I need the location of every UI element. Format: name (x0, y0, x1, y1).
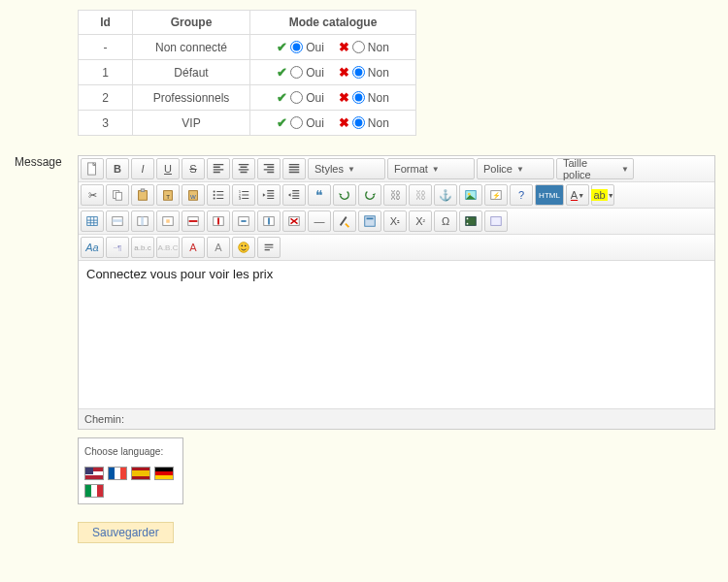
svg-point-34 (467, 218, 469, 220)
toolbar-row-3: — X₂ X² Ω (79, 209, 714, 235)
svg-rect-36 (491, 217, 502, 226)
radio-no[interactable] (352, 91, 365, 104)
svg-rect-21 (113, 219, 123, 222)
font-a2-icon[interactable]: A (207, 237, 230, 258)
help-icon[interactable]: ? (510, 184, 533, 206)
format-select[interactable]: Format▼ (387, 158, 475, 179)
image-icon[interactable] (459, 184, 482, 206)
align-right-button[interactable] (257, 158, 281, 179)
text-color-button[interactable]: A▼ (566, 184, 589, 206)
anchor-icon[interactable]: ⚓ (434, 184, 457, 206)
align-center-button[interactable] (232, 158, 255, 179)
toolbar-row-1: B I U S Styles▼ Format▼ Police▼ Taille p… (79, 156, 714, 182)
svg-rect-25 (166, 219, 170, 223)
hidden-chars-icon[interactable]: ··¶ (106, 237, 129, 258)
flag-fr[interactable] (108, 467, 127, 480)
subscript-icon[interactable]: X₂ (383, 210, 407, 232)
table-row: -Non connecté✔Oui✖Non (79, 35, 416, 60)
new-doc-icon[interactable] (81, 158, 104, 179)
direction-icon[interactable] (257, 237, 281, 258)
table-split-icon[interactable] (257, 210, 281, 232)
no-label: Non (368, 66, 389, 80)
clear-format-icon[interactable] (333, 210, 356, 232)
radio-yes[interactable] (290, 41, 303, 53)
source-button[interactable]: HTML (535, 184, 564, 206)
col-id: Id (79, 11, 133, 35)
blockquote-icon[interactable]: ❝ (308, 184, 331, 206)
radio-yes[interactable] (290, 116, 303, 129)
svg-point-9 (214, 190, 215, 192)
svg-rect-23 (141, 217, 144, 226)
flag-us[interactable] (84, 467, 104, 480)
svg-text:T: T (166, 193, 170, 200)
abbr-icon[interactable]: A.B.C (156, 237, 180, 258)
editor-path-bar: Chemin: (79, 408, 714, 429)
radio-no[interactable] (352, 116, 365, 129)
svg-rect-32 (367, 218, 374, 220)
redo-icon[interactable] (358, 184, 381, 206)
table-cell-icon[interactable] (156, 210, 180, 232)
row-group: Non connecté (133, 35, 250, 60)
template-icon[interactable] (358, 210, 381, 232)
table-col-icon[interactable] (131, 210, 154, 232)
bg-color-button[interactable]: ab▼ (591, 184, 614, 206)
number-list-icon[interactable]: 123 (232, 184, 255, 206)
message-label: Message (15, 155, 78, 169)
save-button[interactable]: Sauvegarder (78, 522, 174, 543)
check-icon: ✔ (277, 40, 287, 54)
paste-icon[interactable] (131, 184, 154, 206)
flash-icon[interactable]: ⚡ (484, 184, 508, 206)
paste-text-icon[interactable]: T (156, 184, 180, 206)
size-select[interactable]: Taille police▼ (556, 158, 634, 179)
italic-button[interactable]: I (131, 158, 154, 179)
toolbar-row-4: Aa ··¶ a.b.c A.B.C A A (79, 235, 714, 261)
table-delete-icon[interactable] (282, 210, 306, 232)
smiley-icon[interactable] (232, 237, 255, 258)
editor-body[interactable]: Connectez vous pour voir les prix (79, 261, 714, 408)
paste-word-icon[interactable]: W (182, 184, 205, 206)
underline-button[interactable]: U (156, 158, 180, 179)
svg-rect-19 (87, 217, 98, 226)
styles-select[interactable]: Styles▼ (308, 158, 385, 179)
table-delcol-icon[interactable] (207, 210, 230, 232)
row-id: 1 (79, 60, 133, 85)
radio-yes[interactable] (290, 91, 303, 104)
table-icon[interactable] (81, 210, 104, 232)
align-left-button[interactable] (207, 158, 230, 179)
flag-it[interactable] (84, 484, 104, 498)
radio-yes[interactable] (290, 66, 303, 79)
undo-icon[interactable] (333, 184, 356, 206)
flag-de[interactable] (154, 467, 174, 480)
bold-button[interactable]: B (106, 158, 129, 179)
iframe-icon[interactable] (484, 210, 508, 232)
table-merge-icon[interactable] (232, 210, 255, 232)
table-row: 1Défaut✔Oui✖Non (79, 60, 416, 85)
superscript-icon[interactable]: X² (409, 210, 432, 232)
radio-no[interactable] (352, 66, 365, 79)
special-char-icon[interactable]: Ω (434, 210, 457, 232)
lang-title: Choose language: (84, 446, 177, 457)
align-justify-button[interactable] (282, 158, 306, 179)
font-select[interactable]: Police▼ (477, 158, 554, 179)
svg-point-35 (467, 223, 469, 225)
copy-icon[interactable] (106, 184, 129, 206)
indent-icon[interactable] (282, 184, 306, 206)
no-label: Non (368, 41, 389, 54)
table-row-icon[interactable] (106, 210, 129, 232)
font-a-icon[interactable]: A (182, 237, 205, 258)
link-icon[interactable]: ⛓ (383, 184, 407, 206)
strike-button[interactable]: S (182, 158, 205, 179)
nbsp-icon[interactable]: a.b.c (131, 237, 154, 258)
cut-icon[interactable]: ✂ (81, 184, 104, 206)
radio-no[interactable] (352, 41, 365, 53)
table-delrow-icon[interactable] (182, 210, 205, 232)
yes-label: Oui (306, 116, 324, 130)
media-icon[interactable] (459, 210, 482, 232)
bullet-list-icon[interactable] (207, 184, 230, 206)
flag-es[interactable] (131, 467, 150, 480)
spellcheck-icon[interactable]: Aa (81, 237, 104, 258)
unlink-icon[interactable]: ⛓ (409, 184, 432, 206)
row-group: VIP (133, 111, 250, 136)
outdent-icon[interactable] (257, 184, 281, 206)
hr-icon[interactable]: — (308, 210, 331, 232)
